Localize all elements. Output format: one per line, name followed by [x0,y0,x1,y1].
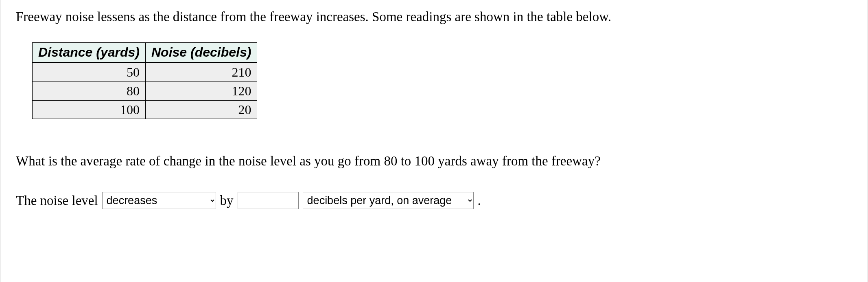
table-row: 80 120 [33,82,257,100]
table-row: 100 20 [33,100,257,119]
direction-select[interactable]: decreases [102,192,216,209]
units-select[interactable]: decibels per yard, on average [303,192,474,209]
value-input[interactable] [238,192,299,209]
table-header-row: Distance (yards) Noise (decibels) [33,43,257,63]
answer-line: The noise level decreases by decibels pe… [16,191,852,210]
intro-text: Freeway noise lessens as the distance fr… [16,7,852,26]
cell-noise: 210 [145,62,257,82]
question-text: What is the average rate of change in th… [16,152,852,170]
col-header-noise: Noise (decibels) [145,43,257,63]
cell-distance: 100 [33,100,146,119]
cell-distance: 50 [33,62,146,82]
data-table-wrapper: Distance (yards) Noise (decibels) 50 210… [32,42,852,119]
data-table: Distance (yards) Noise (decibels) 50 210… [32,42,257,119]
answer-prefix: The noise level [16,191,98,210]
by-label: by [220,191,234,210]
col-header-distance: Distance (yards) [33,43,146,63]
question-container: Freeway noise lessens as the distance fr… [0,0,868,282]
table-row: 50 210 [33,62,257,82]
period: . [478,191,481,210]
cell-noise: 20 [145,100,257,119]
cell-distance: 80 [33,82,146,100]
cell-noise: 120 [145,82,257,100]
